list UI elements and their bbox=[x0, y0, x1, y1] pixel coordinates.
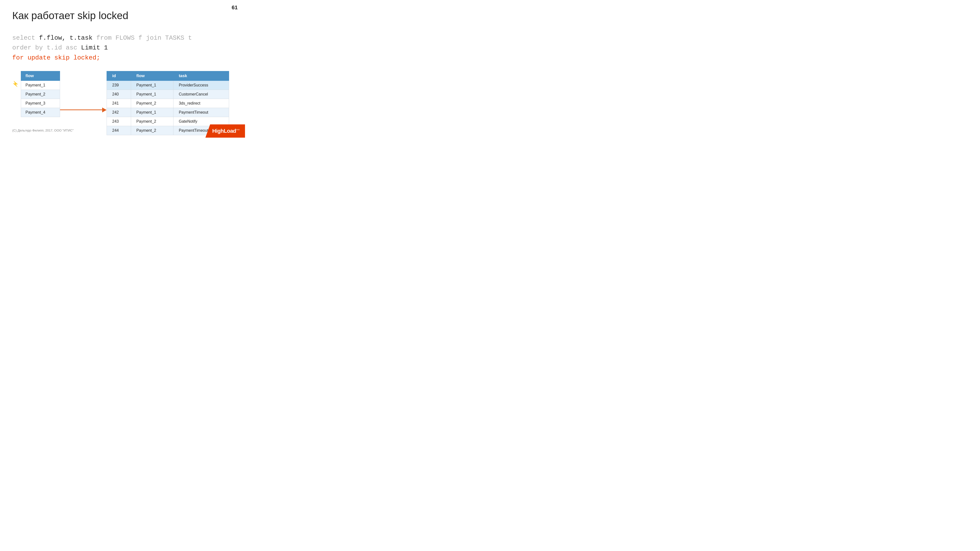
code-block: select f.flow, t.task from FLOWS f join … bbox=[12, 33, 192, 63]
table-row: 242Payment_1PaymentTimeout bbox=[107, 108, 229, 117]
tables-area: ⚡ flow Payment_1Payment_2Payment_3Paymen… bbox=[12, 71, 229, 135]
flow-cell: Payment_4 bbox=[21, 108, 60, 117]
task-cell: 3ds_redirect bbox=[173, 99, 229, 108]
flow-cell: Payment_1 bbox=[21, 81, 60, 90]
flow-cell: Payment_1 bbox=[131, 81, 173, 90]
flows-table-header: flow bbox=[21, 71, 60, 81]
highload-logo: HighLoad++ bbox=[205, 124, 245, 138]
code-limit-clause: Limit 1 bbox=[77, 44, 108, 51]
id-cell: 241 bbox=[107, 99, 131, 108]
code-select-keyword: select bbox=[12, 34, 35, 41]
flow-cell: Payment_3 bbox=[21, 99, 60, 108]
table-row: 240Payment_1CustomerCancel bbox=[107, 90, 229, 99]
arrow-head bbox=[102, 108, 107, 113]
footer: (С) Дельгядо Филипп, 2017, ООО "ИТИС" bbox=[12, 129, 73, 132]
id-cell: 243 bbox=[107, 117, 131, 126]
flow-cell: Payment_2 bbox=[131, 117, 173, 126]
code-line-2: order by t.id asc Limit 1 bbox=[12, 43, 192, 52]
table-row: Payment_3 bbox=[21, 99, 60, 108]
table-row: Payment_2 bbox=[21, 90, 60, 99]
flows-table: flow Payment_1Payment_2Payment_3Payment_… bbox=[21, 71, 60, 117]
tasks-table-col-header: task bbox=[173, 71, 229, 81]
code-for-update-clause: for update skip locked; bbox=[12, 54, 100, 62]
code-order-keyword: order by t.id asc bbox=[12, 44, 77, 51]
flow-cell: Payment_1 bbox=[131, 90, 173, 99]
flows-icon-col: ⚡ bbox=[12, 71, 20, 87]
lightning-icon: ⚡ bbox=[12, 81, 19, 87]
code-line-3: for update skip locked; bbox=[12, 53, 192, 63]
code-line-1: select f.flow, t.task from FLOWS f join … bbox=[12, 33, 192, 43]
page-number: 61 bbox=[232, 5, 238, 11]
flow-cell: Payment_2 bbox=[131, 99, 173, 108]
id-cell: 244 bbox=[107, 126, 131, 135]
flow-cell: Payment_2 bbox=[131, 126, 173, 135]
logo-super: ++ bbox=[236, 128, 240, 132]
task-cell: PaymentTimeout bbox=[173, 108, 229, 117]
flow-cell: Payment_1 bbox=[131, 108, 173, 117]
code-select-cols: f.flow, t.task bbox=[35, 34, 97, 41]
table-row: Payment_4 bbox=[21, 108, 60, 117]
id-cell: 242 bbox=[107, 108, 131, 117]
arrow-line bbox=[60, 110, 102, 110]
flows-outer: ⚡ flow Payment_1Payment_2Payment_3Paymen… bbox=[12, 71, 60, 117]
flow-cell: Payment_2 bbox=[21, 90, 60, 99]
table-row: Payment_1 bbox=[21, 81, 60, 90]
task-cell: CustomerCancel bbox=[173, 90, 229, 99]
tasks-table-col-header: id bbox=[107, 71, 131, 81]
code-from-clause: from FLOWS f join TASKS t bbox=[96, 34, 192, 41]
table-row: 239Payment_1ProviderSuccess bbox=[107, 81, 229, 90]
id-cell: 240 bbox=[107, 90, 131, 99]
tasks-table-col-header: flow bbox=[131, 71, 173, 81]
id-cell: 239 bbox=[107, 81, 131, 90]
logo-high: High bbox=[212, 128, 224, 134]
slide-title: Как работает skip locked bbox=[12, 10, 128, 22]
logo-load: Load bbox=[224, 128, 236, 134]
table-row: 241Payment_23ds_redirect bbox=[107, 99, 229, 108]
task-cell: ProviderSuccess bbox=[173, 81, 229, 90]
arrow-wrap bbox=[60, 108, 107, 113]
